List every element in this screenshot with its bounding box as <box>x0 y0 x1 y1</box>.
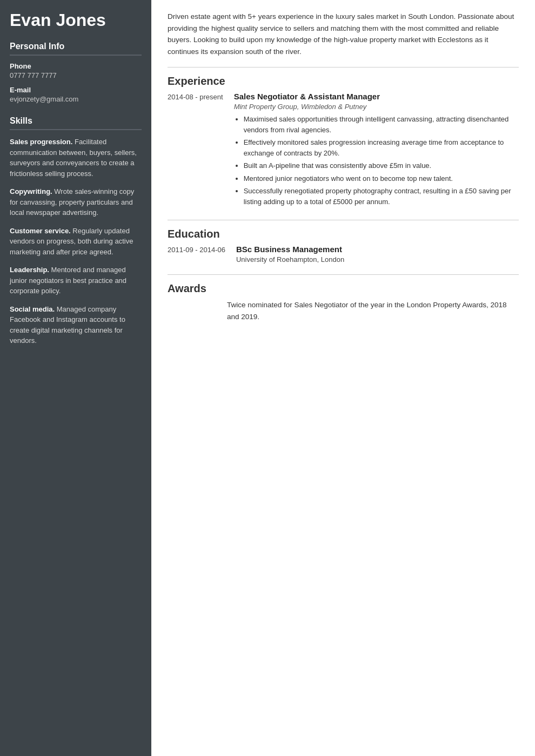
main-content: Driven estate agent with 5+ years experi… <box>151 0 535 756</box>
experience-section: Experience 2014-08 - presentSales Negoti… <box>168 75 519 209</box>
entry-content: Sales Negotiator & Assistant ManagerMint… <box>234 92 519 209</box>
entry-company: Mint Property Group, Wimbledon & Putney <box>234 103 519 111</box>
sidebar: Evan Jones Personal Info Phone 0777 777 … <box>0 0 151 756</box>
experience-entry: 2014-08 - presentSales Negotiator & Assi… <box>168 92 519 209</box>
awards-date <box>168 299 216 322</box>
bullet-item: Successfully renegotiated property photo… <box>244 186 519 207</box>
entry-bullets: Maximised sales opportunities through in… <box>234 114 519 207</box>
education-title: Education <box>168 228 519 240</box>
awards-entry: Twice nominated for Sales Negotiator of … <box>168 299 519 322</box>
awards-section: Awards Twice nominated for Sales Negotia… <box>168 282 519 322</box>
education-entries: 2011-09 - 2014-06BSc Business Management… <box>168 245 519 264</box>
personal-info-section: Personal Info Phone 0777 777 7777 E-mail… <box>10 42 142 103</box>
entry-content: BSc Business ManagementUniversity of Roe… <box>236 245 519 264</box>
bullet-item: Mentored junior negotiators who went on … <box>244 173 519 184</box>
experience-entries: 2014-08 - presentSales Negotiator & Assi… <box>168 92 519 209</box>
skill-item: Customer service. Regularly updated vend… <box>10 226 142 258</box>
summary-text: Driven estate agent with 5+ years experi… <box>168 11 519 57</box>
email-label: E-mail <box>10 86 142 94</box>
bullet-item: Maximised sales opportunities through in… <box>244 114 519 135</box>
entry-date: 2011-09 - 2014-06 <box>168 245 225 264</box>
awards-title: Awards <box>168 282 519 295</box>
entry-job-title: Sales Negotiator & Assistant Manager <box>234 92 519 101</box>
entry-degree: BSc Business Management <box>236 245 519 254</box>
skill-item: Leadership. Mentored and managed junior … <box>10 265 142 296</box>
awards-text: Twice nominated for Sales Negotiator of … <box>227 299 519 322</box>
skills-section: Skills Sales progression. Facilitated co… <box>10 116 142 346</box>
candidate-name: Evan Jones <box>10 11 142 30</box>
skills-list: Sales progression. Facilitated communica… <box>10 137 142 346</box>
skill-item: Copywriting. Wrote sales-winning copy fo… <box>10 186 142 218</box>
skill-item: Social media. Managed company Facebook a… <box>10 304 142 346</box>
personal-info-title: Personal Info <box>10 42 142 56</box>
skill-item: Sales progression. Facilitated communica… <box>10 137 142 179</box>
experience-title: Experience <box>168 75 519 87</box>
divider-education <box>168 220 519 220</box>
entry-institution: University of Roehampton, London <box>236 255 519 264</box>
education-section: Education 2011-09 - 2014-06BSc Business … <box>168 228 519 264</box>
entry-date: 2014-08 - present <box>168 92 223 209</box>
email-value: evjonzety@gmail.com <box>10 95 142 103</box>
education-entry: 2011-09 - 2014-06BSc Business Management… <box>168 245 519 264</box>
divider-experience <box>168 67 519 68</box>
bullet-item: Effectively monitored sales progression … <box>244 137 519 158</box>
skills-title: Skills <box>10 116 142 130</box>
phone-label: Phone <box>10 62 142 70</box>
phone-value: 0777 777 7777 <box>10 71 142 79</box>
divider-awards <box>168 274 519 275</box>
bullet-item: Built an A-pipeline that was consistentl… <box>244 160 519 171</box>
